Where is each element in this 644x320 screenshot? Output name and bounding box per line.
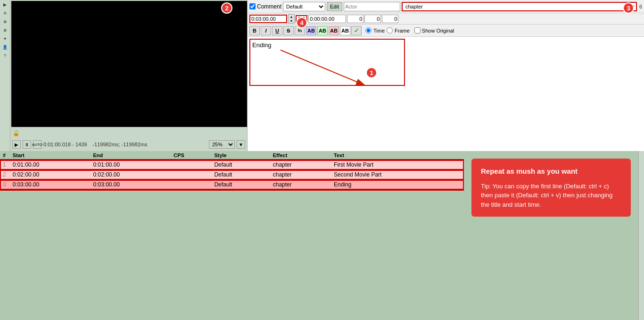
show-original-checkbox[interactable] xyxy=(414,27,421,34)
col-effect: Effect xyxy=(270,151,331,160)
ab4-button[interactable]: AB xyxy=(340,26,350,35)
cell-text: Second Movie Part xyxy=(331,170,464,180)
offset-display: -119982ms; -119982ms xyxy=(92,142,147,147)
cell-num: 3 xyxy=(0,180,10,190)
play-button[interactable]: ▶ xyxy=(12,140,21,149)
time-radio-label: Time xyxy=(373,28,385,34)
right-scrollbar[interactable] xyxy=(638,151,644,320)
cell-cps xyxy=(171,170,211,180)
italic-button[interactable]: I xyxy=(261,26,271,35)
show-original-label: Show Original xyxy=(422,28,454,34)
cell-effect: chapter xyxy=(270,160,331,170)
table-row[interactable]: 1 0:01:00.00 0:01:00.00 Default chapter … xyxy=(0,160,464,170)
pause-button[interactable]: ⏸ xyxy=(23,140,31,149)
editor-toolbar1: Comment Default Edit chapter 6 xyxy=(248,0,644,13)
tip-body: Tip: You can copy the first line (Defaul… xyxy=(481,182,621,210)
time-up-btn[interactable]: ▲ xyxy=(289,15,294,19)
editor-panel: Comment Default Edit chapter 6 ▲ ▼ xyxy=(247,0,644,151)
time-radio[interactable] xyxy=(365,27,372,34)
edit-button[interactable]: Edit xyxy=(327,2,342,11)
chapter-count: 6 xyxy=(639,4,642,9)
cell-start: 0:01:00.00 xyxy=(10,160,91,170)
cell-end: 0:03:00.00 xyxy=(91,180,171,190)
comment-checkbox-group: Comment xyxy=(249,3,281,10)
actor-field[interactable] xyxy=(344,2,400,11)
cell-start: 0:02:00.00 xyxy=(10,170,91,180)
frame-radio[interactable] xyxy=(387,27,393,34)
fn-button[interactable]: fn xyxy=(295,26,305,35)
num-input-2[interactable] xyxy=(364,15,381,23)
ab2-button[interactable]: AB xyxy=(317,26,328,35)
show-original-group: Show Original xyxy=(414,27,454,34)
strikethrough-button[interactable]: S xyxy=(283,26,294,35)
editor-toolbar2: ▲ ▼ 0:0 xyxy=(248,13,644,25)
lock-icon: 🔒 xyxy=(12,129,20,136)
sidebar-icon-arrow[interactable]: ▶ xyxy=(1,1,9,8)
col-cps: CPS xyxy=(171,151,211,160)
cell-cps xyxy=(171,160,211,170)
bold-button[interactable]: B xyxy=(249,26,260,35)
sidebar-icon-plus[interactable]: ✛ xyxy=(1,9,9,17)
sidebar-icon-question[interactable]: ? xyxy=(1,52,9,59)
table-row[interactable]: 3 0:03:00.00 0:03:00.00 Default chapter … xyxy=(0,180,464,190)
text-edit-area: Ending xyxy=(248,37,644,151)
cell-effect: chapter xyxy=(270,170,331,180)
cell-end: 0:01:00.00 xyxy=(91,160,171,170)
table-area: # Start End CPS Style Effect Text 1 0:01… xyxy=(0,151,464,320)
cell-end: 0:02:00.00 xyxy=(91,170,171,180)
cell-effect: chapter xyxy=(270,180,331,190)
num-input-3[interactable] xyxy=(382,15,398,23)
time-display: 0:01:00.018 - 1439 xyxy=(43,142,87,147)
subtitle-table: # Start End CPS Style Effect Text 1 0:01… xyxy=(0,151,464,190)
auto-button[interactable]: AUTO xyxy=(33,140,41,149)
cell-style: Default xyxy=(211,170,270,180)
editor-toolbar3: B I U S fn AB AB AB AB ✓ Time Frame Sh xyxy=(248,25,644,37)
annotation-panel: Repeat as mush as you want Tip: You can … xyxy=(464,151,638,320)
cell-style: Default xyxy=(211,160,270,170)
zoom-select[interactable]: 25% 50% 100% xyxy=(209,140,235,149)
time-spinner: ▲ ▼ xyxy=(288,14,295,24)
video-controls: ▶ ⏸ AUTO 0:01:00.018 - 1439 -119982ms; -… xyxy=(10,138,247,151)
subtitle-text-input[interactable]: Ending xyxy=(249,39,405,86)
frame-radio-label: Frame xyxy=(395,28,410,34)
table-header: # Start End CPS Style Effect Text xyxy=(0,151,464,160)
sidebar-icon-person[interactable]: 👤 xyxy=(1,43,9,51)
video-panel: 🔒 ▶ ⏸ AUTO 0:01:00.018 - 1439 -119982ms;… xyxy=(10,0,247,151)
col-text: Text xyxy=(331,151,464,160)
col-start: Start xyxy=(10,151,91,160)
ab1-button[interactable]: AB xyxy=(306,26,316,35)
start-time-input[interactable] xyxy=(249,15,287,23)
video-screen xyxy=(11,1,247,127)
col-style: Style xyxy=(211,151,270,160)
style-dropdown[interactable]: Default xyxy=(283,2,325,11)
bottom-section: # Start End CPS Style Effect Text 1 0:01… xyxy=(0,151,644,320)
num-input-1[interactable] xyxy=(347,15,363,23)
chapter-dropdown[interactable]: chapter xyxy=(402,2,637,11)
comment-checkbox[interactable] xyxy=(249,3,256,9)
comment-label: Comment xyxy=(257,3,281,10)
sidebar-icon-circle[interactable]: ⊕ xyxy=(1,18,9,25)
col-num: # xyxy=(0,151,10,160)
cell-text: First Movie Part xyxy=(331,160,464,170)
table-body: 1 0:01:00.00 0:01:00.00 Default chapter … xyxy=(0,160,464,190)
left-sidebar: ▶ ✛ ⊕ ⊗ ✦ 👤 ? xyxy=(0,0,10,151)
table-row[interactable]: 2 0:02:00.00 0:02:00.00 Default chapter … xyxy=(0,170,464,180)
underline-button[interactable]: U xyxy=(272,26,282,35)
radio-group: Time Frame xyxy=(365,27,410,34)
tip-box: Repeat as mush as you want Tip: You can … xyxy=(471,159,631,217)
end-time-input[interactable] xyxy=(308,15,346,23)
cell-cps xyxy=(171,180,211,190)
sidebar-icon-x[interactable]: ⊗ xyxy=(1,26,9,34)
cell-num: 2 xyxy=(0,170,10,180)
ab3-button[interactable]: AB xyxy=(329,26,339,35)
cell-start: 0:03:00.00 xyxy=(10,180,91,190)
zoom-dropdown-btn[interactable]: ▼ xyxy=(237,140,245,149)
time-down-btn[interactable]: ▼ xyxy=(289,19,294,23)
tip-title: Repeat as mush as you want xyxy=(481,166,621,177)
check-button[interactable]: ✓ xyxy=(351,26,362,35)
sidebar-icon-star[interactable]: ✦ xyxy=(1,35,9,42)
cell-text: Ending xyxy=(331,180,464,190)
time-short: 0:0 xyxy=(296,15,307,23)
cell-num: 1 xyxy=(0,160,10,170)
cell-style: Default xyxy=(211,180,270,190)
